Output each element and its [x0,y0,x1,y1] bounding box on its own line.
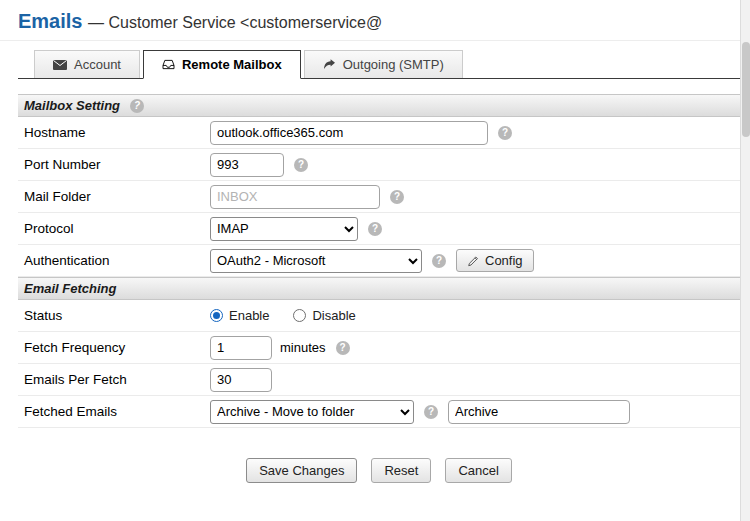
emails-per-fetch-label: Emails Per Fetch [18,372,210,387]
form-row-hostname: Hostname ? [18,117,740,149]
help-icon[interactable]: ? [390,190,404,204]
radio-unchecked-icon[interactable] [293,309,306,322]
hostname-label: Hostname [18,125,210,140]
mail-folder-label: Mail Folder [18,189,210,204]
help-icon[interactable]: ? [498,126,512,140]
tab-outgoing-smtp-label: Outgoing (SMTP) [343,57,444,72]
form-row-status: Status Enable Disable [18,300,740,332]
tab-remote-mailbox-label: Remote Mailbox [182,57,282,72]
help-icon[interactable]: ? [368,222,382,236]
outgoing-arrow-icon [323,59,336,70]
section-email-fetching: Email Fetching [18,277,740,300]
help-icon[interactable]: ? [130,99,144,113]
edit-pencil-icon [467,255,479,267]
form-row-emails-per-fetch: Emails Per Fetch [18,364,740,396]
status-label: Status [18,308,210,323]
form-row-authentication: Authentication OAuth2 - Microsoft ? Conf… [18,245,740,277]
help-icon[interactable]: ? [432,254,446,268]
mail-folder-input[interactable] [210,185,380,209]
config-button-label: Config [485,253,523,268]
archive-folder-input[interactable] [448,400,630,424]
section-email-fetching-title: Email Fetching [24,281,116,296]
port-label: Port Number [18,157,210,172]
help-icon[interactable]: ? [336,341,350,355]
tab-bar: Account Remote Mailbox Outgoing (SMTP) [18,50,740,79]
config-button[interactable]: Config [456,249,534,272]
save-changes-button[interactable]: Save Changes [246,458,357,483]
page-title: Emails [18,10,82,32]
reset-button[interactable]: Reset [371,458,431,483]
scrollbar-thumb[interactable] [742,42,750,137]
fetch-frequency-suffix: minutes [280,340,326,355]
authentication-label: Authentication [18,253,210,268]
fetched-emails-select[interactable]: Archive - Move to folder [210,400,414,424]
page-header: Emails — Customer Service <customerservi… [0,0,750,41]
port-input[interactable] [210,153,284,177]
mailbox-icon [162,59,175,70]
vertical-scrollbar[interactable] [740,0,750,521]
form-actions: Save Changes Reset Cancel [18,458,740,483]
form-row-fetched-emails: Fetched Emails Archive - Move to folder … [18,396,740,428]
page-subtitle: — Customer Service <customerservice@ [88,14,382,31]
section-mailbox-setting: Mailbox Setting ? [18,94,740,117]
radio-checked-icon[interactable] [210,309,223,322]
form-row-mail-folder: Mail Folder ? [18,181,740,213]
status-disable-label: Disable [312,308,355,323]
form-row-port: Port Number ? [18,149,740,181]
envelope-icon [53,60,67,70]
protocol-label: Protocol [18,221,210,236]
help-icon[interactable]: ? [294,158,308,172]
tab-outgoing-smtp[interactable]: Outgoing (SMTP) [304,50,463,78]
cancel-button[interactable]: Cancel [445,458,511,483]
form-row-fetch-frequency: Fetch Frequency minutes ? [18,332,740,364]
tab-account[interactable]: Account [34,50,140,78]
fetched-emails-label: Fetched Emails [18,404,210,419]
form-row-protocol: Protocol IMAP ? [18,213,740,245]
fetch-frequency-input[interactable] [210,336,272,360]
emails-per-fetch-input[interactable] [210,368,272,392]
tab-remote-mailbox[interactable]: Remote Mailbox [143,50,301,79]
status-enable-option[interactable]: Enable [210,308,269,323]
authentication-select[interactable]: OAuth2 - Microsoft [210,249,422,273]
status-enable-label: Enable [229,308,269,323]
protocol-select[interactable]: IMAP [210,217,358,241]
hostname-input[interactable] [210,121,488,145]
fetch-frequency-label: Fetch Frequency [18,340,210,355]
tab-account-label: Account [74,57,121,72]
help-icon[interactable]: ? [424,405,438,419]
status-disable-option[interactable]: Disable [293,308,355,323]
section-mailbox-setting-title: Mailbox Setting [24,98,120,113]
mailbox-settings-form: Mailbox Setting ? Hostname ? Port Number… [18,94,740,428]
